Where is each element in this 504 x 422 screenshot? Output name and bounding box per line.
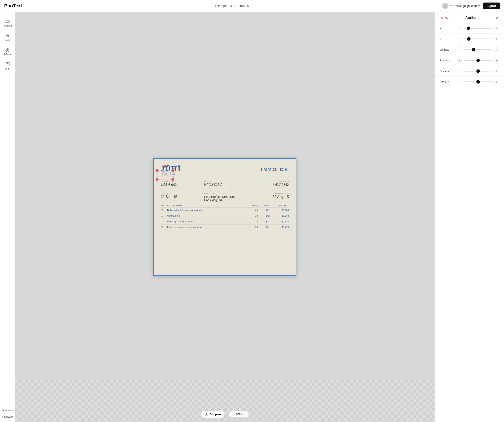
sidebar-item-removal[interactable]: Removal [0, 16, 15, 30]
cell-no: 03 [161, 219, 167, 224]
chevron-down-icon: ▾ [478, 4, 480, 8]
slider-label-x: X [440, 27, 455, 30]
meta-label-billing-date: BILLING DATE [248, 193, 289, 194]
separator: / [234, 4, 235, 8]
cell-rate: $42 [258, 224, 270, 230]
canvas-content: PhoText JŪHĪ INVOICE DUE AMOUNT [143, 135, 307, 299]
doc-name: Example-A4 [215, 4, 232, 8]
slider-plus-scale_x[interactable]: + [494, 69, 499, 73]
export-button[interactable]: Export [483, 3, 500, 9]
meta-label-invoice-id: INVOICE ID [248, 181, 289, 182]
confirm-icon[interactable]: ✓ [496, 16, 499, 20]
cell-desc: Low+high fidelity mockups [167, 219, 242, 224]
info-icon [5, 62, 10, 66]
bottom-bar: Compare − 96% + [201, 411, 249, 418]
cell-amount: $1,470 [270, 224, 289, 230]
slider-minus-rotation[interactable]: − [457, 58, 462, 63]
zoom-out-button[interactable]: − [232, 412, 234, 416]
zoom-in-button[interactable]: + [244, 412, 246, 416]
shortcuts-item[interactable]: Shortcuts [0, 407, 15, 414]
drag-handle-tr[interactable] [171, 169, 174, 172]
drag-handle-br[interactable] [171, 178, 174, 181]
col-header-desc: DESCRIPTION [167, 203, 242, 207]
slider-minus-x[interactable]: − [457, 26, 462, 30]
slider-plus-x[interactable]: + [494, 26, 499, 30]
slider-input-opacity[interactable] [464, 49, 492, 50]
user-menu[interactable]: s***m@tugaigai.com ▾ [442, 3, 480, 9]
meta-value-billing-date: 30 Aug, 15 [248, 195, 289, 199]
slider-minus-scale_x[interactable]: − [457, 69, 462, 73]
sidebar-item-info[interactable]: Info [0, 59, 15, 73]
slider-label-y: Y [440, 37, 455, 41]
compare-icon [205, 413, 208, 416]
svg-rect-6 [8, 50, 9, 51]
svg-rect-5 [8, 48, 9, 50]
slider-plus-opacity[interactable]: + [494, 47, 499, 52]
slider-plus-rotation[interactable]: + [494, 58, 499, 63]
slider-row-scale_x: Scale X − + [435, 66, 504, 76]
slider-input-rotation[interactable] [464, 60, 492, 61]
header: PhoText Example-A4 / 800×600 s***m@tugai… [0, 0, 504, 12]
sidebar: Removal Stamp Effects Info [0, 12, 15, 422]
stamp-icon [5, 33, 10, 38]
meta-invoice-id: INVOICE ID #H2G2242 [248, 181, 289, 187]
drag-handle-bl[interactable] [156, 178, 159, 181]
slider-row-scale_y: Scale Y − + [435, 76, 504, 87]
sidebar-bottom: Shortcuts Feedback [0, 405, 15, 422]
meta-value-invoice-id: #H2G2242 [248, 183, 289, 187]
cell-rate: $42 [258, 207, 270, 213]
svg-rect-1 [6, 20, 9, 23]
cell-amount: $1,260 [270, 213, 289, 219]
user-email: s***m@tugaigai.com [450, 4, 477, 8]
cell-amount: $2,940 [270, 219, 289, 224]
svg-point-0 [445, 5, 446, 6]
avatar [442, 3, 448, 9]
meta-label-due-date: DUE DATE [161, 193, 202, 194]
slider-input-scale_y[interactable] [464, 82, 492, 82]
cell-amount: $1,680 [270, 207, 289, 213]
feedback-item[interactable]: Feedback [0, 414, 15, 420]
slider-minus-scale_y[interactable]: − [457, 80, 462, 84]
cell-desc: Final polishing and asset creation [167, 224, 242, 230]
header-right: s***m@tugaigai.com ▾ Export [442, 3, 500, 9]
zoom-level: 96% [236, 413, 242, 416]
slider-label-opacity: Opacity [440, 48, 455, 51]
slider-rows: X − + Y − + Opacity − + Rotation − + Sca… [435, 23, 504, 87]
col-header-hours: HOURS [242, 203, 258, 207]
slider-input-x[interactable] [464, 28, 492, 29]
col-header-rate: RATE [258, 203, 270, 207]
drag-handle-top[interactable] [163, 165, 166, 168]
slider-plus-y[interactable]: + [494, 37, 499, 41]
compare-button[interactable]: Compare [201, 411, 225, 418]
doc-size: 800×600 [237, 4, 249, 8]
slider-minus-opacity[interactable]: − [457, 47, 462, 52]
main-layout: Removal Stamp Effects Info [0, 12, 504, 422]
stamp-overlay[interactable]: PhoText [157, 169, 174, 179]
drag-handle-tl[interactable] [156, 169, 159, 172]
cell-no: 02 [161, 213, 167, 219]
sidebar-label-stamp: Stamp [4, 39, 11, 42]
canvas-area: PhoText JŪHĪ INVOICE DUE AMOUNT [15, 12, 435, 422]
sidebar-item-effects[interactable]: Effects [0, 45, 15, 59]
slider-minus-y[interactable]: − [457, 37, 462, 41]
slider-label-scale_x: Scale X [440, 70, 455, 73]
cell-desc: Wireframing [167, 213, 242, 219]
slider-input-y[interactable] [464, 39, 492, 39]
meta-billing-date: BILLING DATE 30 Aug, 15 [248, 193, 289, 202]
cell-hours: 30 [242, 213, 258, 219]
meta-due-amount: DUE AMOUNT US$ 6,942 [161, 181, 202, 187]
svg-rect-4 [6, 50, 7, 51]
logo: PhoText [4, 3, 22, 9]
invoice-title: INVOICE [261, 165, 289, 172]
slider-plus-scale_y[interactable]: + [494, 80, 499, 84]
slider-row-rotation: Rotation − + [435, 55, 504, 66]
svg-rect-3 [6, 48, 7, 50]
delete-button[interactable]: Delete [440, 16, 449, 20]
stamp-text-overlay: PhoText [163, 172, 177, 176]
slider-input-scale_x[interactable] [464, 71, 492, 71]
slider-row-y: Y − + [435, 34, 504, 44]
sidebar-item-stamp[interactable]: Stamp [0, 30, 15, 45]
col-header-amount: AMOUNT [270, 203, 289, 207]
invoice-document[interactable]: PhoText JŪHĪ INVOICE DUE AMOUNT [153, 158, 296, 276]
compare-label: Compare [210, 413, 221, 416]
